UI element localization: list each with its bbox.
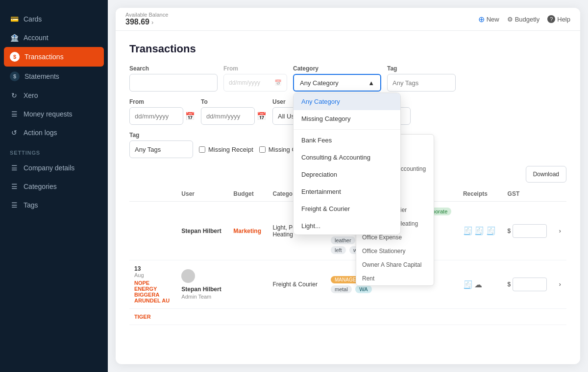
balance-section: Available Balance 398.69 › [125, 12, 168, 26]
sidebar-item-cards[interactable]: 💳 Cards [0, 10, 108, 28]
row-user: Stepan Hilbert [176, 202, 228, 260]
balance-label: Available Balance [125, 12, 168, 18]
sidebar-item-transactions[interactable]: $ Transactions [4, 47, 104, 67]
row-category: Freight & Courier [268, 260, 325, 309]
category-option-bank-fees[interactable]: Bank Fees [294, 132, 400, 149]
bg-dropdown-item-stationery[interactable]: Office Stationery [356, 244, 434, 258]
cloud-upload-icon[interactable]: ☁ [474, 280, 482, 289]
xero-icon: ↻ [10, 91, 19, 100]
tag2-group: Tag Any Tags [129, 132, 193, 158]
from-label: From [223, 65, 287, 72]
budgetly-icon: ⚙ [507, 16, 513, 23]
new-button[interactable]: ⊕ New [478, 15, 499, 24]
receipt-icon-2[interactable]: 🧾 [474, 227, 484, 235]
bg-dropdown-item-owner[interactable]: Owner A Share Capital [356, 258, 434, 272]
receipt-icon[interactable]: 🧾 [463, 280, 473, 289]
missing-receipt-checkbox[interactable] [199, 146, 205, 153]
page-body: Transactions Search From dd/mm/yyyy 📅 Ca… [116, 31, 580, 364]
bg-dropdown-item-rent[interactable]: Rent [356, 272, 434, 285]
help-button[interactable]: ? Help [547, 15, 570, 23]
category-option-depreciation[interactable]: Depreciation [294, 166, 400, 183]
missing-receipt-checkbox-label[interactable]: Missing Receipt [199, 146, 253, 153]
to-calendar-icon: 📅 [257, 112, 267, 121]
gst-input[interactable] [513, 224, 547, 238]
sidebar-item-company-details[interactable]: ☰ Company details [0, 159, 108, 177]
to-group: To 📅 [201, 98, 267, 125]
sidebar-item-xero[interactable]: ↻ Xero [0, 86, 108, 105]
company-icon: ☰ [10, 163, 19, 172]
budgetly-button[interactable]: ⚙ Budgetly [507, 16, 540, 23]
help-icon: ? [547, 15, 555, 23]
tag-pill: leather [331, 236, 355, 244]
new-icon: ⊕ [478, 15, 485, 24]
sidebar-item-label: Statements [24, 72, 59, 80]
to-label: To [201, 98, 267, 105]
row-budget [228, 260, 268, 309]
category-option-light[interactable]: Light... [294, 217, 400, 234]
filter-row-1: Search From dd/mm/yyyy 📅 Category Any Ca… [129, 65, 566, 92]
sidebar-item-label: Action logs [24, 129, 57, 137]
sidebar-item-action-logs[interactable]: ↺ Action logs [0, 123, 108, 142]
search-group: Search [129, 65, 218, 92]
category-option-any[interactable]: Any Category [294, 93, 400, 110]
gst-input[interactable] [513, 278, 547, 291]
money-requests-icon: ☰ [10, 110, 19, 118]
category-select-button[interactable]: Any Category ▲ [293, 74, 381, 92]
search-label: Search [129, 65, 218, 72]
sidebar-item-account[interactable]: 🏦 Account [0, 28, 108, 47]
transactions-icon: $ [10, 52, 20, 62]
col-user: User [176, 186, 228, 202]
search-input[interactable] [129, 74, 218, 92]
category-option-entertainment[interactable]: Entertainment [294, 183, 400, 200]
sidebar-item-statements[interactable]: $ Statements [0, 67, 108, 86]
row-action: › [554, 202, 566, 260]
from2-calendar-icon: 📅 [185, 112, 195, 121]
col-actions [554, 186, 566, 202]
sidebar-item-label: Account [24, 34, 49, 42]
tag-pill: WA [355, 285, 371, 293]
from-group: From dd/mm/yyyy 📅 [223, 65, 287, 92]
row-action: › [554, 260, 566, 309]
col-receipts: Receipts [458, 186, 503, 202]
statements-icon: $ [10, 71, 20, 81]
tag-pill: metal [331, 285, 352, 293]
sidebar-item-money-requests[interactable]: ☰ Money requests [0, 105, 108, 123]
receipt-icon[interactable]: 🧾 [463, 227, 473, 235]
row-date: 13 Aug NOPEENERGYBIGGERAARUNDEL AU [129, 260, 176, 309]
download-button[interactable]: Download [526, 166, 566, 183]
category-option-freight[interactable]: Freight & Courier [294, 200, 400, 217]
category-option-consulting[interactable]: Consulting & Accounting [294, 149, 400, 166]
category-option-missing[interactable]: Missing Category [294, 110, 400, 127]
sidebar-item-categories[interactable]: ☰ Categories [0, 177, 108, 196]
from2-label: From [129, 98, 195, 105]
avatar [181, 269, 195, 283]
row-user: Stepan Hilbert Admin Team [176, 260, 228, 309]
tag2-select[interactable]: Any Tags [129, 140, 193, 158]
sidebar-item-tags[interactable]: ☰ Tags [0, 196, 108, 214]
tags-icon: ☰ [10, 201, 19, 209]
row-receipts: 🧾 🧾 🧾 [458, 202, 503, 260]
tag-group: Tag [387, 65, 456, 92]
sidebar-item-label: Cards [24, 15, 42, 23]
category-select-wrapper: Any Category ▲ Any Category Missing Cate… [293, 74, 381, 92]
from-date-input[interactable]: dd/mm/yyyy 📅 [223, 74, 287, 92]
missing-gst-checkbox[interactable] [259, 146, 266, 153]
missing-receipt-label: Missing Receipt [208, 146, 253, 153]
sidebar-item-label: Categories [24, 183, 57, 190]
sidebar-item-label: Money requests [24, 110, 73, 118]
table-row: TIGER [129, 309, 566, 325]
main-content: Available Balance 398.69 › ⊕ New ⚙ Budge… [116, 8, 580, 364]
sidebar-item-label: Xero [24, 92, 38, 99]
balance-arrow[interactable]: › [151, 19, 153, 26]
to-input[interactable] [201, 107, 255, 125]
account-icon: 🏦 [10, 33, 19, 42]
page-title: Transactions [129, 43, 566, 55]
tag-input[interactable] [387, 74, 456, 92]
receipt-icon-3[interactable]: 🧾 [486, 227, 496, 235]
settings-section-label: SETTINGS [0, 142, 108, 159]
sidebar-item-label: Tags [24, 201, 38, 209]
tag-pill: left [331, 246, 346, 254]
from2-input[interactable] [129, 107, 183, 125]
tag2-label: Tag [129, 132, 193, 139]
chevron-up-icon: ▲ [368, 79, 374, 87]
